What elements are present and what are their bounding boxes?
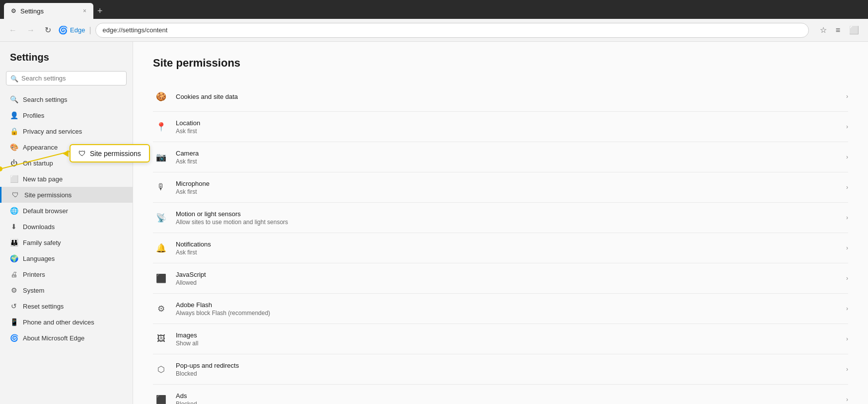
popups-title: Pop-ups and redirects <box>176 362 841 369</box>
sidebar-item-on-startup[interactable]: ⏻ On startup <box>0 155 133 171</box>
camera-text: Camera Ask first <box>176 150 841 165</box>
permission-item-popups[interactable]: ⬡ Pop-ups and redirects Blocked › <box>153 354 848 385</box>
location-title: Location <box>176 119 841 127</box>
camera-title: Camera <box>176 150 841 157</box>
ads-chevron: › <box>846 396 848 403</box>
back-button[interactable]: ← <box>6 24 20 37</box>
favorites-button[interactable]: ☆ <box>817 23 830 37</box>
browser-chrome: ⚙ Settings × + ← → ↻ 🌀 Edge | edge://set… <box>0 0 868 42</box>
extensions-button[interactable]: ⬜ <box>846 23 862 37</box>
url-bar[interactable]: edge://settings/content <box>95 23 809 38</box>
permission-item-ads[interactable]: ⬛ Ads Blocked › <box>153 385 848 404</box>
address-separator: | <box>89 26 91 35</box>
sidebar-item-site-permissions[interactable]: 🛡 Site permissions <box>0 187 133 203</box>
popups-text: Pop-ups and redirects Blocked <box>176 362 841 377</box>
url-text: edge://settings/content <box>103 26 168 34</box>
on-startup-icon: ⏻ <box>10 159 18 167</box>
edge-label: Edge <box>70 26 85 34</box>
flash-text: Adobe Flash Always block Flash (recommen… <box>176 301 841 317</box>
permission-item-notifications[interactable]: 🔔 Notifications Ask first › <box>153 233 848 263</box>
profiles-icon: 👤 <box>10 111 18 119</box>
ads-title: Ads <box>176 392 841 400</box>
edge-logo: 🌀 Edge <box>58 25 85 35</box>
sidebar-item-label: Downloads <box>23 223 55 231</box>
popups-chevron: › <box>846 366 848 373</box>
motion-icon: 📡 <box>153 210 169 226</box>
sidebar-item-phone[interactable]: 📱 Phone and other devices <box>0 314 133 330</box>
motion-chevron: › <box>846 214 848 221</box>
images-title: Images <box>176 331 841 339</box>
site-permissions-icon: 🛡 <box>11 191 19 199</box>
microphone-text: Microphone Ask first <box>176 180 841 195</box>
javascript-text: JavaScript Allowed <box>176 271 841 286</box>
images-text: Images Show all <box>176 331 841 347</box>
images-chevron: › <box>846 335 848 342</box>
location-text: Location Ask first <box>176 119 841 135</box>
motion-title: Motion or light sensors <box>176 210 841 218</box>
sidebar-item-profiles[interactable]: 👤 Profiles <box>0 107 133 123</box>
sidebar-item-downloads[interactable]: ⬇ Downloads <box>0 219 133 235</box>
content-area: Site permissions 🍪 Cookies and site data… <box>133 42 868 404</box>
permission-item-camera[interactable]: 📷 Camera Ask first › <box>153 142 848 172</box>
search-input[interactable] <box>6 71 127 85</box>
permission-item-javascript[interactable]: ⬛ JavaScript Allowed › <box>153 263 848 294</box>
main-layout: Settings 🔍 🔍 Search settings 👤 Profiles … <box>0 42 868 404</box>
sidebar-item-search-settings[interactable]: 🔍 Search settings <box>0 91 133 107</box>
settings-tab[interactable]: ⚙ Settings × <box>4 3 93 19</box>
collections-button[interactable]: ≡ <box>833 24 843 37</box>
sidebar-item-system[interactable]: ⚙ System <box>0 282 133 298</box>
motion-subtitle: Allow sites to use motion and light sens… <box>176 219 841 226</box>
family-safety-icon: 👪 <box>10 239 18 246</box>
sidebar-item-default-browser[interactable]: 🌐 Default browser <box>0 203 133 219</box>
content-title: Site permissions <box>153 57 848 70</box>
reset-icon: ↺ <box>10 302 18 310</box>
microphone-icon: 🎙 <box>153 179 169 195</box>
ads-subtitle: Blocked <box>176 401 841 404</box>
forward-button[interactable]: → <box>24 24 38 37</box>
permission-item-cookies[interactable]: 🍪 Cookies and site data › <box>153 81 848 112</box>
sidebar-item-label: System <box>23 287 44 294</box>
tab-favicon: ⚙ <box>11 7 16 14</box>
search-settings-icon: 🔍 <box>10 95 18 103</box>
permission-item-location[interactable]: 📍 Location Ask first › <box>153 112 848 142</box>
address-bar: ← → ↻ 🌀 Edge | edge://settings/content ☆… <box>0 19 868 42</box>
languages-icon: 🌍 <box>10 254 18 262</box>
permission-item-flash[interactable]: ⚙ Adobe Flash Always block Flash (recomm… <box>153 294 848 324</box>
notifications-chevron: › <box>846 244 848 251</box>
sidebar-item-label: Languages <box>23 255 55 262</box>
search-icon: 🔍 <box>10 75 18 82</box>
notifications-title: Notifications <box>176 241 841 248</box>
edge-icon: 🌀 <box>58 25 68 35</box>
notifications-text: Notifications Ask first <box>176 241 841 256</box>
sidebar-item-languages[interactable]: 🌍 Languages <box>0 250 133 266</box>
javascript-icon: ⬛ <box>153 270 169 286</box>
sidebar-item-about[interactable]: 🌀 About Microsoft Edge <box>0 330 133 346</box>
downloads-icon: ⬇ <box>10 223 18 231</box>
new-tab-button[interactable]: + <box>93 6 107 16</box>
sidebar-item-new-tab[interactable]: ⬜ New tab page <box>0 171 133 187</box>
refresh-button[interactable]: ↻ <box>42 23 54 37</box>
printers-icon: 🖨 <box>10 270 18 278</box>
camera-subtitle: Ask first <box>176 158 841 165</box>
tab-bar: ⚙ Settings × + <box>0 0 868 19</box>
sidebar-item-label: Profiles <box>23 112 44 119</box>
javascript-chevron: › <box>846 275 848 282</box>
sidebar-item-family-safety[interactable]: 👪 Family safety <box>0 235 133 250</box>
permission-item-microphone[interactable]: 🎙 Microphone Ask first › <box>153 172 848 203</box>
flash-subtitle: Always block Flash (recommended) <box>176 310 841 317</box>
sidebar-item-privacy[interactable]: 🔒 Privacy and services <box>0 123 133 139</box>
tab-close-button[interactable]: × <box>83 7 86 14</box>
about-icon: 🌀 <box>10 334 18 342</box>
popups-subtitle: Blocked <box>176 370 841 377</box>
sidebar-item-appearance[interactable]: 🎨 Appearance <box>0 139 133 155</box>
motion-text: Motion or light sensors Allow sites to u… <box>176 210 841 226</box>
sidebar-item-label: Reset settings <box>23 303 64 310</box>
permission-item-motion[interactable]: 📡 Motion or light sensors Allow sites to… <box>153 203 848 233</box>
default-browser-icon: 🌐 <box>10 207 18 215</box>
search-box: 🔍 <box>6 71 127 85</box>
ads-icon: ⬛ <box>153 392 169 404</box>
sidebar-item-printers[interactable]: 🖨 Printers <box>0 266 133 282</box>
flash-icon: ⚙ <box>153 301 169 317</box>
sidebar-item-reset[interactable]: ↺ Reset settings <box>0 298 133 314</box>
permission-item-images[interactable]: 🖼 Images Show all › <box>153 324 848 354</box>
